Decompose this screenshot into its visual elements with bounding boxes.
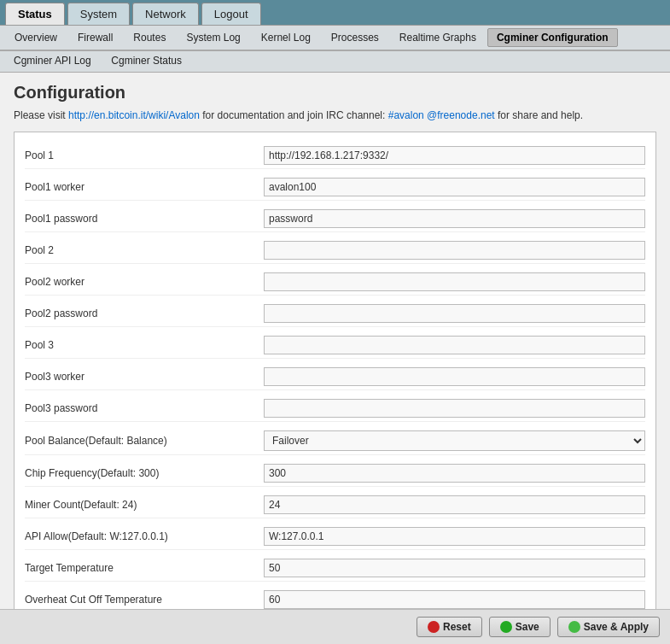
reset-icon	[428, 621, 440, 633]
field-label-13: Target Temperature	[25, 562, 264, 574]
form-row: Pool Balance(Default: Balance)BalanceFai…	[25, 427, 645, 455]
config-box: Pool 1Pool1 workerPool1 passwordPool 2Po…	[14, 132, 656, 641]
save-apply-button[interactable]: Save & Apply	[557, 617, 660, 637]
nav-cgminer-api-log[interactable]: Cgminer API Log	[5, 53, 100, 68]
reset-button[interactable]: Reset	[417, 617, 482, 637]
nav-kernel-log[interactable]: Kernel Log	[252, 28, 320, 47]
nav-system-log[interactable]: System Log	[177, 28, 249, 47]
form-row: Pool1 password	[25, 206, 645, 232]
save-label: Save	[516, 621, 539, 633]
form-row: Pool3 worker	[25, 364, 645, 390]
info-text-middle: for documentation and join IRC channel:	[200, 109, 388, 121]
field-label-3: Pool 2	[25, 244, 264, 256]
page-title: Configuration	[14, 83, 656, 102]
info-link1[interactable]: http://en.bitcoin.it/wiki/Avalon	[68, 109, 200, 121]
nav-cgminer-config[interactable]: Cgminer Configuration	[487, 28, 618, 47]
form-row: API Allow(Default: W:127.0.0.1)	[25, 524, 645, 550]
save-apply-label: Save & Apply	[584, 621, 649, 633]
top-nav: Status System Network Logout	[0, 0, 670, 26]
third-nav: Cgminer API Log Cgminer Status	[0, 51, 670, 73]
field-label-8: Pool3 password	[25, 402, 264, 414]
field-input-1[interactable]	[264, 178, 645, 196]
info-text-after: for share and help.	[495, 109, 583, 121]
field-input-8[interactable]	[264, 399, 645, 418]
form-row: Miner Count(Default: 24)	[25, 492, 645, 518]
field-label-10: Chip Frequency(Default: 300)	[25, 467, 264, 479]
info-link2[interactable]: #avalon @freenode.net	[388, 109, 495, 121]
save-icon	[500, 621, 512, 633]
form-rows: Pool 1Pool1 workerPool1 passwordPool 2Po…	[25, 143, 645, 641]
field-label-2: Pool1 password	[25, 213, 264, 225]
nav-overview[interactable]: Overview	[5, 28, 67, 47]
field-input-5[interactable]	[264, 304, 645, 323]
field-label-12: API Allow(Default: W:127.0.0.1)	[25, 530, 264, 542]
field-label-7: Pool3 worker	[25, 371, 264, 383]
field-input-12[interactable]	[264, 527, 645, 546]
info-text-before: Please visit	[14, 109, 68, 121]
form-row: Pool2 worker	[25, 269, 645, 296]
form-row: Chip Frequency(Default: 300)	[25, 460, 645, 487]
field-label-1: Pool1 worker	[25, 181, 264, 193]
form-row: Pool 1	[25, 143, 645, 169]
field-label-14: Overheat Cut Off Temperature	[25, 594, 264, 606]
field-input-6[interactable]	[264, 336, 645, 354]
field-label-5: Pool2 password	[25, 307, 264, 319]
tab-logout[interactable]: Logout	[201, 3, 261, 25]
nav-realtime-graphs[interactable]: Realtime Graphs	[390, 28, 486, 47]
tab-system[interactable]: System	[67, 3, 130, 25]
form-row: Pool1 worker	[25, 174, 645, 201]
form-row: Pool 3	[25, 332, 645, 359]
second-nav: Overview Firewall Routes System Log Kern…	[0, 26, 670, 51]
field-label-0: Pool 1	[25, 149, 264, 161]
form-row: Pool3 password	[25, 395, 645, 422]
nav-routes[interactable]: Routes	[124, 28, 175, 47]
field-input-4[interactable]	[264, 272, 645, 291]
field-input-7[interactable]	[264, 367, 645, 386]
field-label-11: Miner Count(Default: 24)	[25, 499, 264, 511]
save-button[interactable]: Save	[489, 617, 551, 637]
info-bar: Please visit http://en.bitcoin.it/wiki/A…	[14, 109, 656, 121]
field-label-6: Pool 3	[25, 339, 264, 351]
save-apply-icon	[568, 621, 580, 633]
field-input-14[interactable]	[264, 590, 645, 609]
form-row: Pool 2	[25, 237, 645, 264]
form-row: Pool2 password	[25, 301, 645, 327]
nav-processes[interactable]: Processes	[322, 28, 388, 47]
field-input-11[interactable]	[264, 495, 645, 514]
tab-network[interactable]: Network	[132, 3, 199, 25]
nav-cgminer-status[interactable]: Cgminer Status	[102, 53, 190, 68]
field-label-4: Pool2 worker	[25, 276, 264, 288]
reset-label: Reset	[443, 621, 471, 633]
tab-status[interactable]: Status	[5, 3, 65, 25]
field-input-13[interactable]	[264, 559, 645, 577]
field-label-9: Pool Balance(Default: Balance)	[25, 435, 264, 447]
field-input-2[interactable]	[264, 209, 645, 228]
field-select-9[interactable]: BalanceFailoverRound Robin	[264, 430, 645, 451]
field-input-0[interactable]	[264, 146, 645, 165]
field-input-3[interactable]	[264, 241, 645, 260]
main-content: Configuration Please visit http://en.bit…	[0, 73, 670, 641]
nav-firewall[interactable]: Firewall	[68, 28, 122, 47]
field-input-10[interactable]	[264, 464, 645, 483]
form-row: Target Temperature	[25, 555, 645, 582]
footer-bar: Reset Save Save & Apply	[0, 609, 670, 644]
